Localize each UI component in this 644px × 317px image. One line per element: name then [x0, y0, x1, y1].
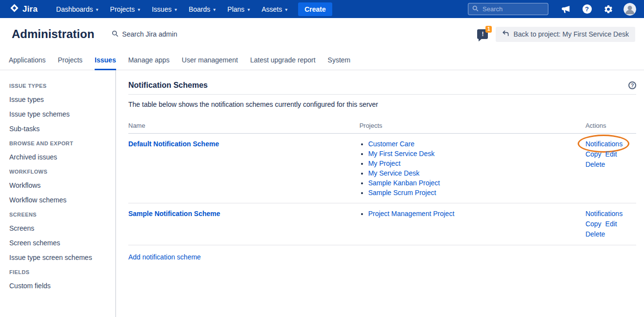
notifications-action-link[interactable]: Notifications: [585, 210, 623, 218]
project-link[interactable]: Sample Scrum Project: [368, 189, 436, 197]
search-icon: [472, 5, 479, 14]
table-row: Sample Notification Scheme Project Manag…: [128, 203, 636, 245]
project-link[interactable]: My Project: [368, 159, 401, 167]
nav-item-plans[interactable]: Plans▾: [221, 0, 256, 18]
sidebar-item-issue-type-screen-schemes[interactable]: Issue type screen schemes: [9, 253, 110, 262]
chevron-down-icon: ▾: [285, 7, 287, 12]
scheme-name-link[interactable]: Default Notification Scheme: [128, 140, 219, 148]
jira-logo-icon: [10, 3, 19, 15]
project-link[interactable]: Customer Care: [368, 140, 415, 148]
sidebar-section-issue-types: ISSUE TYPES: [9, 83, 110, 89]
chevron-down-icon: ▾: [96, 7, 99, 12]
list-item: My First Service Desk: [368, 150, 585, 158]
nav-item-dashboards[interactable]: Dashboards▾: [50, 0, 104, 18]
page-title: Administration: [12, 27, 94, 41]
notification-schemes-table: Name Projects Actions Default Notificati…: [128, 122, 636, 245]
sidebar-section-workflows: WORKFLOWS: [9, 169, 110, 175]
chevron-down-icon: ▾: [247, 7, 250, 12]
list-item: Sample Kanban Project: [368, 179, 585, 187]
nav-item-issues[interactable]: Issues▾: [146, 0, 183, 18]
chevron-down-icon: ▾: [138, 7, 140, 12]
project-link[interactable]: My Service Desk: [368, 169, 420, 177]
admin-search[interactable]: Search Jira admin: [112, 30, 177, 39]
project-list: Customer Care My First Service Desk My P…: [360, 140, 585, 197]
sidebar-section-screens: SCREENS: [9, 212, 110, 218]
notification-badge: 1: [485, 26, 492, 33]
copy-action-link[interactable]: Copy: [585, 150, 602, 158]
project-link[interactable]: Sample Kanban Project: [368, 179, 440, 187]
gear-icon[interactable]: [601, 2, 616, 17]
user-avatar[interactable]: [623, 2, 637, 17]
sidebar-section-fields: FIELDS: [9, 269, 110, 275]
list-item: My Service Desk: [368, 169, 585, 177]
back-arrow-icon: [502, 30, 509, 39]
delete-action-link[interactable]: Delete: [585, 160, 605, 168]
global-search[interactable]: [468, 3, 548, 15]
delete-action-link[interactable]: Delete: [585, 230, 605, 238]
back-to-project-button[interactable]: Back to project: My First Service Desk: [496, 27, 635, 42]
tab-system[interactable]: System: [328, 50, 351, 70]
avatar: [624, 3, 636, 16]
tab-applications[interactable]: Applications: [9, 50, 46, 70]
project-list: Project Management Project: [360, 210, 585, 218]
list-item: Sample Scrum Project: [368, 189, 585, 197]
sidebar-section-browse-export: BROWSE AND EXPORT: [9, 140, 110, 146]
nav-item-boards[interactable]: Boards▾: [183, 0, 221, 18]
nav-item-assets[interactable]: Assets▾: [256, 0, 293, 18]
edit-action-link[interactable]: Edit: [605, 220, 617, 228]
add-notification-scheme-link[interactable]: Add notification scheme: [128, 253, 201, 261]
jira-logo[interactable]: Jira: [10, 3, 38, 15]
list-item: My Project: [368, 159, 585, 167]
create-button[interactable]: Create: [298, 2, 332, 16]
search-icon: [112, 30, 119, 39]
sidebar-item-workflows[interactable]: Workflows: [9, 180, 110, 190]
megaphone-icon[interactable]: [558, 2, 573, 17]
help-icon[interactable]: ?: [628, 81, 636, 89]
section-description: The table below shows the notification s…: [128, 100, 636, 108]
jira-logo-text: Jira: [22, 4, 38, 14]
sidebar-item-screens[interactable]: Screens: [9, 223, 110, 233]
admin-tabs: Applications Projects Issues Manage apps…: [0, 50, 644, 70]
table-row: Default Notification Scheme Customer Car…: [128, 134, 636, 203]
tab-latest-upgrade-report[interactable]: Latest upgrade report: [250, 50, 316, 70]
section-title: Notification Schemes: [128, 81, 208, 90]
notifications-action-link[interactable]: Notifications: [585, 140, 623, 148]
admin-header: Administration Search Jira admin ! 1 Bac…: [0, 18, 644, 50]
sidebar-item-archived-issues[interactable]: Archived issues: [9, 152, 110, 162]
scheme-name-link[interactable]: Sample Notification Scheme: [128, 210, 220, 218]
sidebar-item-custom-fields[interactable]: Custom fields: [9, 281, 110, 291]
sidebar-item-issue-types[interactable]: Issue types: [9, 95, 110, 104]
list-item: Customer Care: [368, 140, 585, 148]
admin-search-label: Search Jira admin: [122, 30, 177, 38]
project-link[interactable]: My First Service Desk: [368, 150, 435, 158]
main-panel: Notification Schemes ? The table below s…: [116, 70, 644, 317]
column-header-actions: Actions: [585, 122, 636, 134]
list-item: Project Management Project: [368, 210, 585, 218]
chevron-down-icon: ▾: [213, 7, 216, 12]
sidebar-item-sub-tasks[interactable]: Sub-tasks: [9, 124, 110, 134]
sidebar-item-screen-schemes[interactable]: Screen schemes: [9, 238, 110, 248]
sidebar-item-workflow-schemes[interactable]: Workflow schemes: [9, 195, 110, 205]
feedback-bubble-icon[interactable]: ! 1: [477, 29, 488, 39]
tab-issues[interactable]: Issues: [95, 50, 116, 70]
tab-user-management[interactable]: User management: [182, 50, 238, 70]
project-link[interactable]: Project Management Project: [368, 210, 455, 218]
edit-action-link[interactable]: Edit: [605, 150, 617, 158]
column-header-projects: Projects: [360, 122, 585, 134]
nav-item-projects[interactable]: Projects▾: [104, 0, 146, 18]
tab-projects[interactable]: Projects: [58, 50, 83, 70]
sidebar-item-issue-type-schemes[interactable]: Issue type schemes: [9, 109, 110, 119]
top-navigation: Jira Dashboards▾ Projects▾ Issues▾ Board…: [0, 0, 644, 18]
copy-action-link[interactable]: Copy: [585, 220, 602, 228]
tab-manage-apps[interactable]: Manage apps: [128, 50, 170, 70]
admin-sidebar: ISSUE TYPES Issue types Issue type schem…: [0, 70, 116, 317]
search-input[interactable]: [482, 5, 540, 13]
chevron-down-icon: ▾: [175, 7, 177, 12]
help-icon[interactable]: ?: [580, 2, 594, 17]
column-header-name: Name: [128, 122, 360, 134]
